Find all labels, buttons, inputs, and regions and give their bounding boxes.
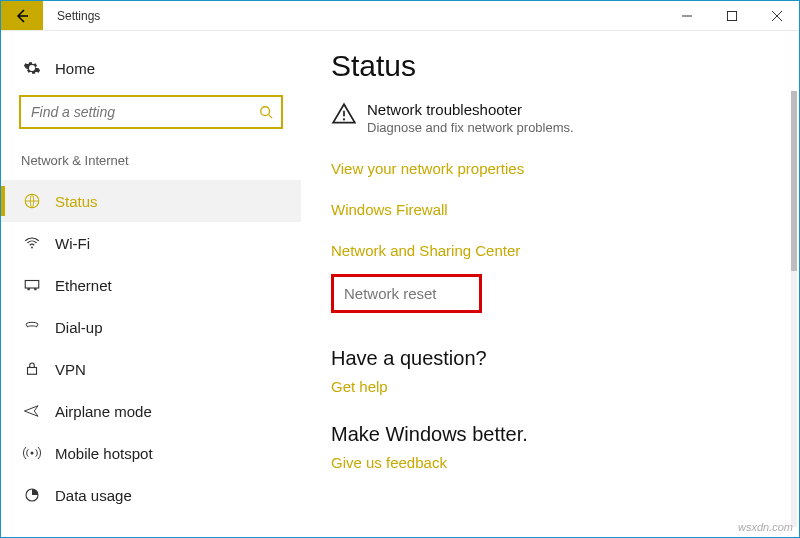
warning-icon [331, 101, 359, 127]
sidebar-nav: Status Wi-Fi Ethernet [1, 180, 301, 516]
dialup-icon [21, 318, 43, 336]
sidebar-item-label: Ethernet [55, 277, 112, 294]
minimize-button[interactable] [664, 1, 709, 30]
troubleshooter-subtitle: Diagnose and fix network problems. [367, 120, 574, 135]
link-feedback[interactable]: Give us feedback [331, 454, 447, 471]
troubleshooter-title: Network troubleshooter [367, 101, 574, 118]
close-button[interactable] [754, 1, 799, 30]
sidebar-item-label: Data usage [55, 487, 132, 504]
svg-line-6 [269, 115, 273, 119]
related-links: View your network properties Windows Fir… [331, 153, 769, 276]
watermark: wsxdn.com [738, 521, 793, 533]
link-windows-firewall[interactable]: Windows Firewall [331, 202, 448, 217]
svg-rect-11 [34, 288, 36, 290]
minimize-icon [682, 11, 692, 21]
maximize-icon [727, 11, 737, 21]
search-input[interactable] [29, 103, 259, 121]
sidebar-item-wifi[interactable]: Wi-Fi [1, 222, 301, 264]
svg-point-13 [31, 452, 34, 455]
back-button[interactable] [1, 1, 43, 30]
sidebar-item-label: Wi-Fi [55, 235, 90, 252]
status-icon [21, 192, 43, 210]
scrollbar-thumb[interactable] [791, 91, 797, 271]
vpn-icon [21, 360, 43, 378]
link-network-reset[interactable]: Network reset [331, 274, 482, 313]
sidebar-item-label: Dial-up [55, 319, 103, 336]
link-network-properties[interactable]: View your network properties [331, 161, 524, 176]
airplane-icon [21, 402, 43, 420]
troubleshooter-text: Network troubleshooter Diagnose and fix … [367, 101, 574, 135]
search-box[interactable] [19, 95, 283, 129]
gear-icon [21, 59, 43, 77]
sidebar-group-label: Network & Internet [1, 147, 301, 174]
sidebar: Home Network & Internet Status [1, 31, 301, 537]
ethernet-icon [21, 276, 43, 294]
sidebar-item-airplane[interactable]: Airplane mode [1, 390, 301, 432]
sidebar-item-vpn[interactable]: VPN [1, 348, 301, 390]
svg-rect-9 [25, 281, 39, 289]
svg-rect-2 [727, 11, 736, 20]
main-content: Status Network troubleshooter Diagnose a… [301, 31, 799, 537]
troubleshooter-row[interactable]: Network troubleshooter Diagnose and fix … [331, 101, 769, 135]
sidebar-item-status[interactable]: Status [1, 180, 301, 222]
hotspot-icon [21, 444, 43, 462]
settings-window: Settings Home [0, 0, 800, 538]
svg-rect-12 [28, 368, 37, 375]
window-controls [664, 1, 799, 30]
sidebar-item-label: VPN [55, 361, 86, 378]
page-title: Status [331, 49, 769, 83]
close-icon [772, 11, 782, 21]
titlebar: Settings [1, 1, 799, 31]
sidebar-home[interactable]: Home [1, 49, 301, 87]
sidebar-item-datausage[interactable]: Data usage [1, 474, 301, 516]
question-heading: Have a question? [331, 347, 769, 370]
svg-point-16 [343, 118, 345, 120]
svg-rect-10 [28, 288, 30, 290]
svg-point-8 [31, 247, 33, 249]
sidebar-item-hotspot[interactable]: Mobile hotspot [1, 432, 301, 474]
sidebar-item-ethernet[interactable]: Ethernet [1, 264, 301, 306]
link-sharing-center[interactable]: Network and Sharing Center [331, 243, 520, 258]
sidebar-home-label: Home [55, 60, 95, 77]
sidebar-item-label: Airplane mode [55, 403, 152, 420]
sidebar-item-dialup[interactable]: Dial-up [1, 306, 301, 348]
search-icon [259, 105, 273, 119]
window-title: Settings [43, 1, 664, 30]
link-get-help[interactable]: Get help [331, 378, 388, 395]
sidebar-item-label: Mobile hotspot [55, 445, 153, 462]
sidebar-item-label: Status [55, 193, 98, 210]
maximize-button[interactable] [709, 1, 754, 30]
scrollbar[interactable] [791, 91, 797, 527]
body: Home Network & Internet Status [1, 31, 799, 537]
wifi-icon [21, 234, 43, 252]
better-heading: Make Windows better. [331, 423, 769, 446]
arrow-left-icon [14, 8, 30, 24]
svg-point-5 [261, 107, 270, 116]
datausage-icon [21, 486, 43, 504]
